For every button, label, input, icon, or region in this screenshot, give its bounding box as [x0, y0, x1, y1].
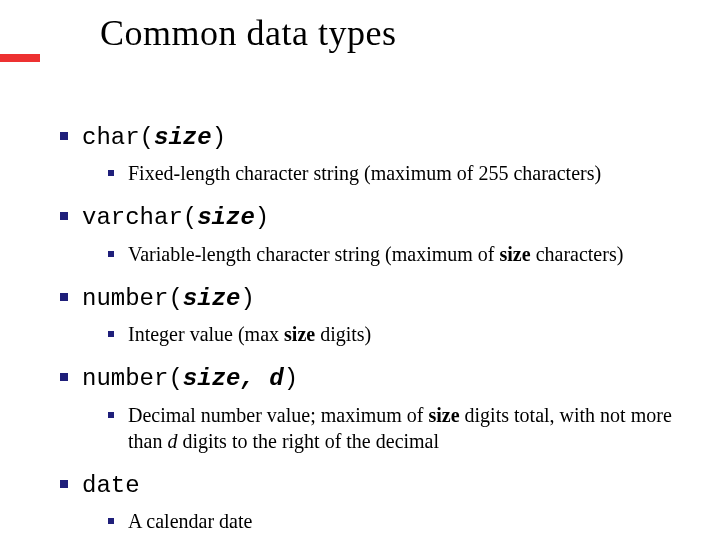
type-prefix: number( — [82, 365, 183, 392]
type-item: date — [50, 468, 680, 502]
type-prefix: date — [82, 472, 140, 499]
type-item: number(size, d) — [50, 361, 680, 395]
desc-segment: characters) — [531, 243, 624, 265]
desc-segment: Integer value (max — [128, 323, 284, 345]
type-item: varchar(size) — [50, 200, 680, 234]
desc-segment: A calendar date — [128, 510, 252, 532]
type-description: Integer value (max size digits) — [50, 321, 680, 347]
type-description: Variable-length character string (maximu… — [50, 241, 680, 267]
desc-segment: size — [284, 323, 315, 345]
type-param: size — [197, 204, 255, 231]
desc-segment: digits to the right of the decimal — [177, 430, 439, 452]
desc-segment: digits) — [315, 323, 371, 345]
type-suffix: ) — [212, 124, 226, 151]
type-description: A calendar date — [50, 508, 680, 534]
desc-segment: size — [500, 243, 531, 265]
accent-bar — [0, 54, 40, 62]
desc-segment: d — [167, 430, 177, 452]
type-param: size — [183, 285, 241, 312]
desc-segment: size — [428, 404, 459, 426]
slide-content: char(size)Fixed-length character string … — [50, 120, 680, 540]
type-param: size — [154, 124, 212, 151]
slide-title: Common data types — [100, 12, 396, 54]
type-param: size, d — [183, 365, 284, 392]
type-prefix: number( — [82, 285, 183, 312]
desc-segment: Variable-length character string (maximu… — [128, 243, 500, 265]
type-suffix: ) — [240, 285, 254, 312]
type-description: Decimal number value; maximum of size di… — [50, 402, 680, 454]
desc-segment: Fixed-length character string (maximum o… — [128, 162, 601, 184]
type-prefix: varchar( — [82, 204, 197, 231]
type-suffix: ) — [255, 204, 269, 231]
type-description: Fixed-length character string (maximum o… — [50, 160, 680, 186]
type-item: char(size) — [50, 120, 680, 154]
desc-segment: Decimal number value; maximum of — [128, 404, 428, 426]
type-suffix: ) — [284, 365, 298, 392]
type-item: number(size) — [50, 281, 680, 315]
type-prefix: char( — [82, 124, 154, 151]
